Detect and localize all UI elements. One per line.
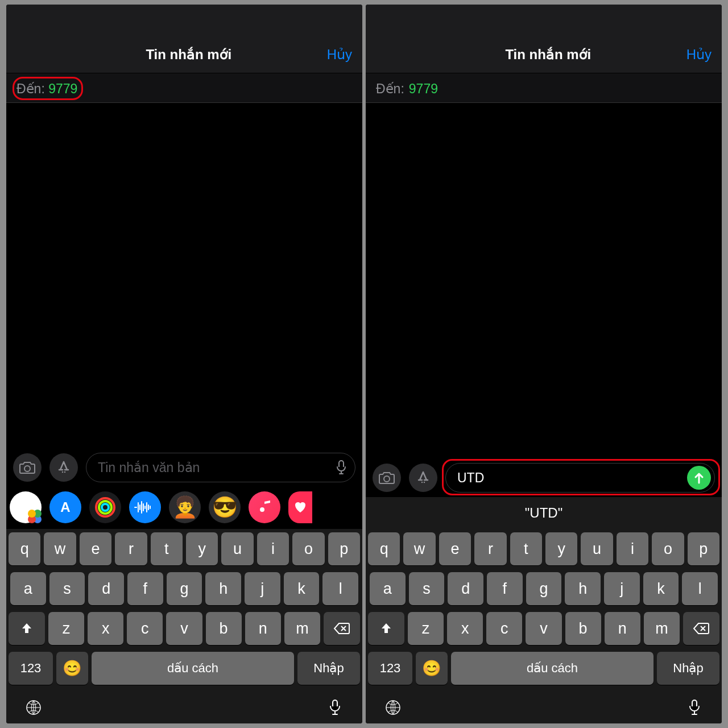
mic-keyboard-icon (329, 699, 341, 716)
key-v[interactable]: v (166, 612, 202, 645)
app-photos[interactable] (10, 491, 42, 523)
key-t[interactable]: t (151, 532, 183, 565)
key-numbers[interactable]: 123 (9, 652, 53, 685)
key-z[interactable]: z (48, 612, 84, 645)
send-button[interactable] (687, 466, 711, 490)
key-backspace[interactable] (683, 612, 719, 645)
key-z[interactable]: z (408, 612, 444, 645)
app-store[interactable]: A (49, 491, 81, 523)
key-e[interactable]: e (80, 532, 111, 565)
appstore-button[interactable] (49, 453, 78, 482)
key-p[interactable]: p (688, 532, 719, 565)
app-hearts[interactable] (288, 491, 312, 523)
key-k[interactable]: k (643, 572, 679, 605)
key-u[interactable]: u (221, 532, 253, 565)
key-p[interactable]: p (328, 532, 360, 565)
key-c[interactable]: c (127, 612, 163, 645)
app-memoji-1[interactable]: 🧑‍🦱 (169, 491, 201, 523)
shift-icon (379, 622, 393, 635)
recipient-field[interactable]: Đến: 9779 (366, 73, 722, 103)
key-b[interactable]: b (206, 612, 242, 645)
key-q[interactable]: q (9, 532, 40, 565)
key-q[interactable]: q (368, 532, 400, 565)
camera-button[interactable] (373, 464, 401, 492)
recipient-value: 9779 (48, 81, 77, 96)
key-shift[interactable] (368, 612, 404, 645)
page-title: Tin nhắn mới (410, 47, 686, 63)
key-y[interactable]: y (186, 532, 218, 565)
key-t[interactable]: t (510, 532, 542, 565)
key-l[interactable]: l (682, 572, 718, 605)
key-x[interactable]: x (447, 612, 483, 645)
recipient-field[interactable]: Đến: 9779 (6, 73, 362, 103)
suggestion-text: "UTD" (525, 505, 562, 521)
globe-button[interactable] (23, 697, 44, 718)
key-a[interactable]: a (370, 572, 406, 605)
app-memoji-2[interactable]: 😎 (209, 491, 241, 523)
key-j[interactable]: j (604, 572, 640, 605)
key-n[interactable]: n (245, 612, 281, 645)
key-o[interactable]: o (292, 532, 324, 565)
key-h[interactable]: h (565, 572, 601, 605)
key-v[interactable]: v (526, 612, 561, 645)
cancel-button[interactable]: Hủy (327, 47, 352, 63)
key-w[interactable]: w (44, 532, 76, 565)
key-i[interactable]: i (617, 532, 648, 565)
key-r[interactable]: r (474, 532, 506, 565)
key-e[interactable]: e (439, 532, 471, 565)
key-numbers[interactable]: 123 (368, 652, 412, 685)
suggestion-bar[interactable]: "UTD" (366, 497, 722, 529)
message-input[interactable]: Tin nhắn văn bản (86, 453, 355, 482)
appstore-button[interactable] (409, 464, 437, 492)
key-w[interactable]: w (403, 532, 435, 565)
app-audio[interactable] (129, 491, 161, 523)
app-music[interactable] (249, 491, 280, 523)
key-y[interactable]: y (545, 532, 577, 565)
key-backspace[interactable] (324, 612, 360, 645)
key-r[interactable]: r (115, 532, 147, 565)
key-f[interactable]: f (487, 572, 523, 605)
key-s[interactable]: s (49, 572, 85, 605)
key-space[interactable]: dấu cách (451, 652, 653, 685)
key-shift[interactable] (9, 612, 45, 645)
key-l[interactable]: l (322, 572, 358, 605)
key-k[interactable]: k (284, 572, 320, 605)
key-u[interactable]: u (581, 532, 613, 565)
key-j[interactable]: j (245, 572, 280, 605)
globe-button[interactable] (383, 697, 403, 718)
key-space[interactable]: dấu cách (92, 652, 294, 685)
cancel-button[interactable]: Hủy (686, 47, 712, 63)
appstore-a-icon: A (60, 499, 70, 515)
key-i[interactable]: i (257, 532, 289, 565)
key-f[interactable]: f (127, 572, 163, 605)
backspace-icon (333, 622, 350, 635)
key-o[interactable]: o (652, 532, 684, 565)
key-a[interactable]: a (10, 572, 46, 605)
mic-icon[interactable] (331, 457, 351, 478)
key-emoji[interactable]: 😊 (416, 652, 448, 685)
key-d[interactable]: d (448, 572, 483, 605)
camera-button[interactable] (13, 453, 42, 482)
key-return[interactable]: Nhập (657, 652, 719, 685)
mic-keyboard-icon (688, 699, 701, 716)
key-emoji[interactable]: 😊 (56, 652, 88, 685)
key-h[interactable]: h (205, 572, 241, 605)
key-n[interactable]: n (605, 612, 640, 645)
appstore-icon (56, 460, 72, 475)
key-g[interactable]: g (167, 572, 202, 605)
key-b[interactable]: b (565, 612, 601, 645)
key-d[interactable]: d (88, 572, 124, 605)
key-s[interactable]: s (409, 572, 445, 605)
header: Tin nhắn mới Hủy (6, 5, 362, 73)
message-input[interactable]: UTD (445, 463, 715, 493)
camera-icon (19, 461, 36, 474)
key-return[interactable]: Nhập (297, 652, 360, 685)
key-m[interactable]: m (644, 612, 680, 645)
key-x[interactable]: x (88, 612, 123, 645)
dictate-button[interactable] (684, 697, 705, 718)
key-c[interactable]: c (486, 612, 522, 645)
key-m[interactable]: m (284, 612, 320, 645)
key-g[interactable]: g (526, 572, 562, 605)
app-activity[interactable] (89, 491, 121, 523)
dictate-button[interactable] (325, 697, 345, 718)
